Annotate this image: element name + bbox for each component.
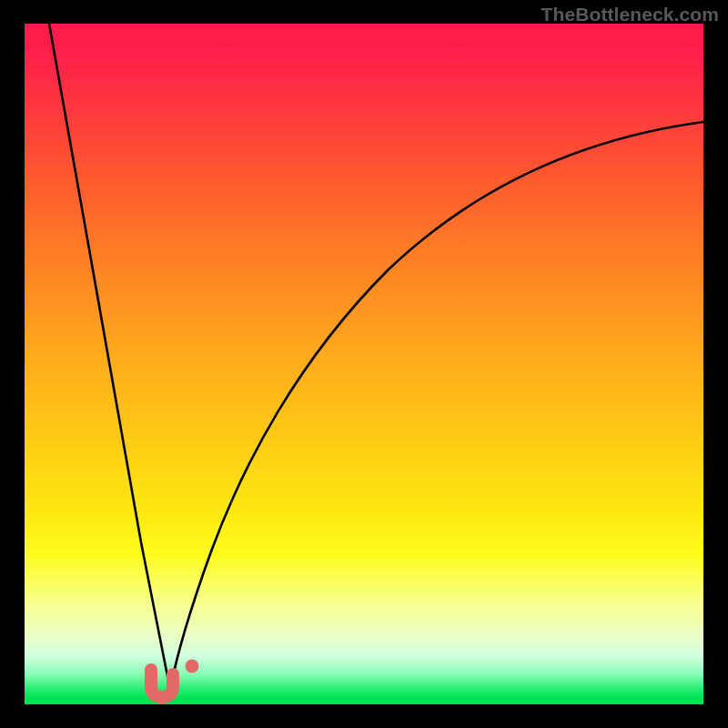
plot-area xyxy=(25,24,703,704)
watermark-text: TheBottleneck.com xyxy=(541,4,719,25)
bottleneck-curve-left xyxy=(49,24,170,690)
marker-u-blob xyxy=(151,670,173,697)
bottleneck-curve-right xyxy=(170,122,703,690)
marker-dot xyxy=(186,660,199,673)
curve-layer xyxy=(25,24,703,704)
